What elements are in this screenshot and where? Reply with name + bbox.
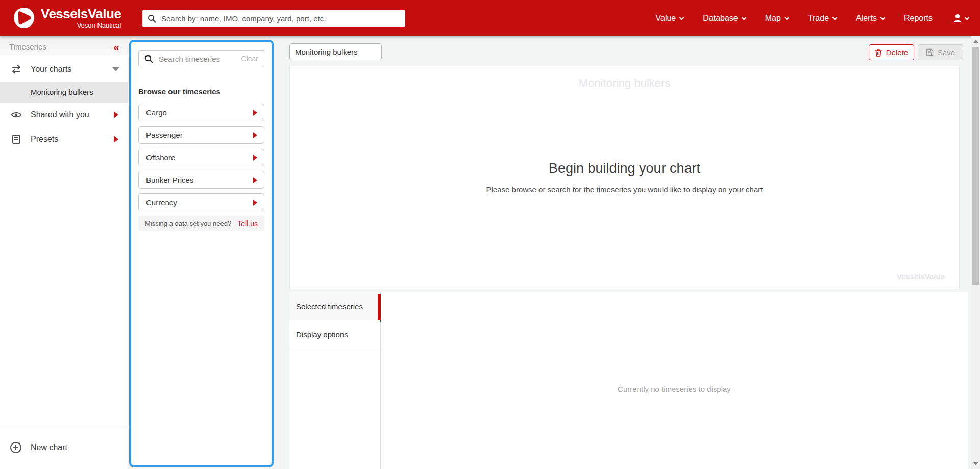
save-button[interactable]: Save — [918, 44, 963, 60]
sidebar-item-label: Shared with you — [31, 110, 89, 119]
tab-label: Selected timeseries — [296, 302, 363, 311]
chevron-down-icon — [880, 15, 886, 20]
sidebar-item-label: Your charts — [31, 65, 71, 74]
tab-display-options[interactable]: Display options — [289, 320, 380, 349]
chevron-right-icon — [253, 200, 257, 206]
logo-subtitle: Veson Nautical — [41, 21, 121, 29]
sidebar-item-label: Presets — [31, 135, 58, 144]
save-floppy-icon — [926, 48, 934, 56]
nav-item-alerts[interactable]: Alerts — [856, 14, 885, 23]
empty-state-subtitle: Please browse or search for the timeseri… — [290, 185, 959, 194]
timeseries-search-input[interactable] — [158, 54, 241, 64]
vesselsvalue-logo[interactable]: VesselsValue Veson Nautical — [13, 7, 121, 29]
main-nav: Value Database Map Trade Alerts Reports — [656, 0, 969, 36]
category-currency[interactable]: Currency — [138, 193, 264, 211]
tell-us-link[interactable]: Tell us — [237, 219, 258, 228]
category-label: Offshore — [146, 153, 175, 162]
sidebar-section-header: Timeseries « — [0, 36, 128, 57]
sidebar-divider — [0, 428, 128, 428]
chevron-right-icon — [253, 132, 257, 138]
chevron-down-icon — [784, 15, 789, 20]
delete-button[interactable]: Delete — [869, 44, 914, 60]
chart-canvas: Monitoring bulkers Begin building your c… — [289, 66, 960, 289]
sidebar-item-shared-with-you[interactable]: Shared with you — [0, 103, 128, 127]
search-icon — [148, 14, 156, 23]
swap-arrows-icon — [11, 64, 22, 75]
chart-empty-state: Begin building your chart Please browse … — [290, 161, 959, 194]
save-label: Save — [938, 48, 955, 57]
clear-search-button[interactable]: Clear — [241, 55, 258, 63]
category-bunker-prices[interactable]: Bunker Prices — [138, 171, 264, 189]
global-search-input[interactable] — [160, 14, 400, 23]
vesselsvalue-logo-icon — [13, 7, 35, 29]
category-offshore[interactable]: Offshore — [138, 149, 264, 166]
chevron-right-icon — [253, 155, 257, 161]
tab-selected-timeseries[interactable]: Selected timeseries — [289, 292, 380, 320]
collapse-sidebar-icon[interactable]: « — [113, 41, 119, 52]
chevron-down-icon — [832, 15, 838, 20]
category-label: Cargo — [146, 108, 167, 117]
user-menu[interactable] — [952, 13, 969, 24]
plus-circle-icon — [10, 441, 22, 454]
timeseries-sidebar: Timeseries « Your charts Monitoring bulk… — [0, 36, 128, 469]
category-label: Currency — [146, 198, 177, 207]
scroll-up-arrow-icon[interactable] — [973, 40, 978, 43]
search-icon — [144, 55, 153, 63]
browse-timeseries-panel: Clear Browse our timeseries Cargo Passen… — [129, 40, 274, 467]
selected-timeseries-panel: Selected timeseries Display options Curr… — [289, 292, 968, 469]
chart-title-input[interactable] — [289, 43, 382, 60]
global-search-box[interactable] — [142, 10, 405, 27]
nav-item-database[interactable]: Database — [703, 14, 746, 23]
nav-item-trade[interactable]: Trade — [808, 14, 837, 23]
category-passenger[interactable]: Passenger — [138, 126, 264, 144]
scroll-down-arrow-icon[interactable] — [973, 462, 978, 465]
vertical-scrollbar[interactable] — [971, 36, 980, 469]
top-header-bar: VesselsValue Veson Nautical Value Databa… — [0, 0, 980, 36]
chevron-down-icon — [112, 67, 119, 71]
empty-state-heading: Begin building your chart — [290, 161, 959, 177]
chevron-down-icon — [965, 15, 970, 20]
presets-icon — [11, 134, 22, 145]
sidebar-item-presets[interactable]: Presets — [0, 127, 128, 152]
chevron-right-icon — [114, 111, 118, 118]
chevron-right-icon — [253, 177, 257, 183]
category-list: Cargo Passenger Offshore Bunker Prices C… — [138, 104, 264, 211]
sidebar-chart-label: Monitoring bulkers — [31, 88, 93, 96]
chart-placeholder-title: Monitoring bulkers — [290, 77, 959, 90]
delete-label: Delete — [886, 48, 908, 57]
chart-watermark: VesselsValue — [897, 272, 945, 281]
chevron-right-icon — [114, 136, 118, 143]
tab-label: Display options — [296, 330, 348, 339]
sidebar-chart-monitoring-bulkers[interactable]: Monitoring bulkers — [0, 82, 128, 103]
browse-heading: Browse our timeseries — [138, 87, 264, 96]
category-label: Passenger — [146, 131, 183, 139]
new-chart-button[interactable]: New chart — [0, 434, 128, 461]
sidebar-item-your-charts[interactable]: Your charts — [0, 57, 128, 82]
nav-item-reports[interactable]: Reports — [904, 14, 933, 23]
chevron-down-icon — [679, 15, 684, 20]
timeseries-search-box[interactable]: Clear — [138, 50, 264, 67]
category-cargo[interactable]: Cargo — [138, 104, 264, 121]
new-chart-label: New chart — [31, 443, 67, 452]
no-timeseries-message: Currently no timeseries to display — [381, 385, 968, 393]
eye-icon — [11, 109, 22, 120]
missing-dataset-text: Missing a data set you need? — [145, 219, 231, 227]
user-icon — [952, 13, 963, 24]
trash-icon — [875, 48, 882, 57]
active-tab-indicator — [378, 294, 381, 322]
category-label: Bunker Prices — [146, 176, 193, 184]
panel-tab-column: Selected timeseries Display options — [289, 292, 381, 469]
nav-item-map[interactable]: Map — [765, 14, 789, 23]
logo-title: VesselsValue — [41, 7, 121, 20]
scrollbar-thumb[interactable] — [972, 47, 979, 285]
chevron-right-icon — [253, 110, 257, 116]
chevron-down-icon — [741, 15, 746, 20]
nav-item-value[interactable]: Value — [656, 14, 684, 23]
missing-dataset-bar: Missing a data set you need? Tell us — [138, 216, 264, 231]
sidebar-section-label: Timeseries — [9, 42, 46, 51]
